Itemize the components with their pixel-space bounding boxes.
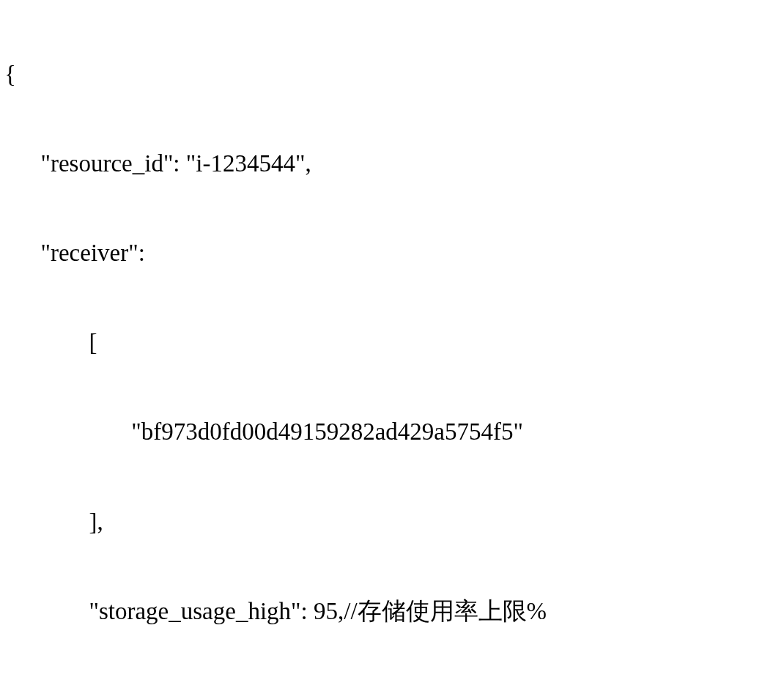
code-line: { xyxy=(4,52,784,97)
code-line: "receiver": xyxy=(4,231,784,276)
code-line: ], xyxy=(4,500,784,544)
code-line: "bf973d0fd00d49159282ad429a5754f5" xyxy=(4,410,784,454)
code-line: [ xyxy=(4,320,784,365)
code-line: "storage_usage_high": 95,//存储使用率上限% xyxy=(4,589,784,634)
code-line: "resource_id": "i-1234544", xyxy=(4,141,784,186)
code-block: { "resource_id": "i-1234544", "receiver"… xyxy=(0,0,784,680)
